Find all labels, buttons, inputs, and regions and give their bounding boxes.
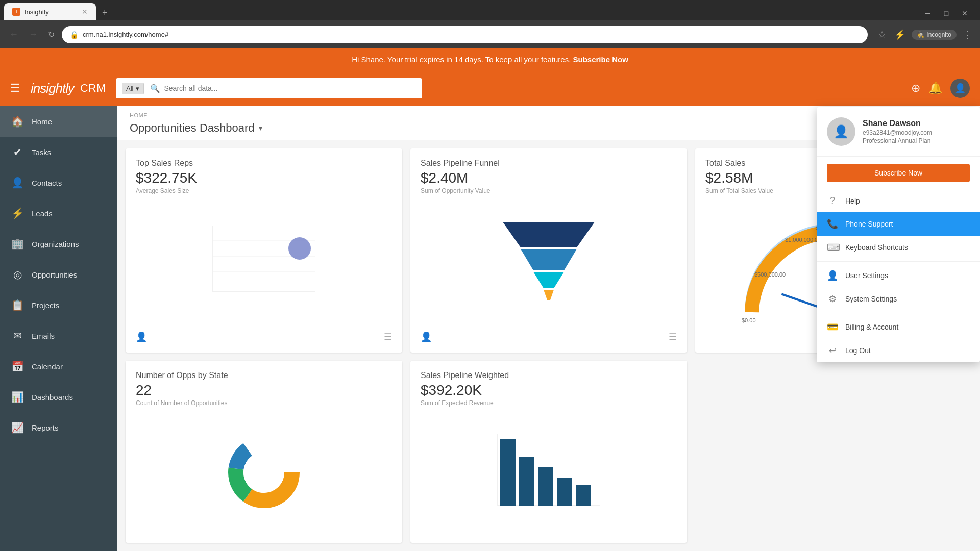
opps-by-state-card: Number of Opps by State 22 Count of Numb…	[126, 361, 402, 543]
emails-icon: ✉	[10, 329, 24, 343]
sales-pipeline-funnel-value: $2.40M	[421, 170, 677, 186]
sidebar-item-organizations-label: Organizations	[32, 240, 79, 248]
dropdown-item-user-settings[interactable]: 👤 User Settings	[817, 264, 980, 287]
organizations-icon: 🏢	[10, 237, 24, 251]
svg-text:$1,000,000.00: $1,000,000.00	[785, 237, 821, 243]
billing-icon: 💳	[827, 321, 838, 333]
projects-icon: 📋	[10, 298, 24, 312]
tab-title: Insightly	[24, 8, 49, 16]
sidebar-item-calendar[interactable]: 📅 Calendar	[0, 351, 117, 382]
sidebar-item-dashboards-label: Dashboards	[32, 393, 73, 402]
user-dropdown: 👤 Shane Dawson e93a2841@moodjoy.com Prof…	[817, 107, 980, 362]
user-avatar-button[interactable]: 👤	[950, 79, 970, 98]
search-input[interactable]	[164, 84, 416, 92]
person-icon[interactable]: 👤	[136, 331, 147, 342]
dropdown-item-system-settings[interactable]: ⚙ System Settings	[817, 287, 980, 311]
incognito-label: Incognito	[926, 31, 951, 38]
subscribe-now-link[interactable]: Subscribe Now	[573, 55, 628, 64]
sidebar-item-dashboards[interactable]: 📊 Dashboards	[0, 382, 117, 412]
svg-marker-7	[521, 249, 577, 270]
dropdown-item-billing[interactable]: 💳 Billing & Account	[817, 315, 980, 339]
sidebar-item-tasks-label: Tasks	[32, 148, 51, 157]
svg-point-5	[288, 237, 311, 260]
tab-bar: I Insightly ✕ + ─ □ ✕	[0, 0, 980, 20]
top-sales-reps-value: $322.75K	[136, 170, 392, 186]
search-all-dropdown[interactable]: All ▾	[122, 83, 143, 94]
sidebar-item-contacts[interactable]: 👤 Contacts	[0, 167, 117, 198]
hamburger-menu-button[interactable]: ☰	[10, 82, 20, 95]
main-layout: 🏠 Home ✔ Tasks 👤 Contacts ⚡ Leads 🏢 Orga…	[0, 106, 980, 551]
incognito-icon: 🕵	[917, 31, 924, 38]
header-actions: ⊕ 🔔 👤	[911, 79, 970, 98]
active-tab[interactable]: I Insightly ✕	[4, 3, 96, 20]
notification-bar: Hi Shane. Your trial expires in 14 days.…	[0, 48, 980, 70]
browser-actions: ☆ ⚡ 🕵 Incognito ⋮	[876, 27, 974, 42]
notification-message: Hi Shane. Your trial expires in 14 days.…	[352, 55, 571, 64]
tab-close-button[interactable]: ✕	[82, 8, 88, 16]
close-window-button[interactable]: ✕	[958, 6, 972, 20]
bookmark-button[interactable]: ☆	[876, 27, 888, 42]
minimize-button[interactable]: ─	[921, 6, 935, 20]
sidebar-item-home[interactable]: 🏠 Home	[0, 106, 117, 137]
logout-icon: ↩	[827, 345, 838, 356]
sidebar-item-reports-label: Reports	[32, 423, 59, 432]
sidebar-item-reports[interactable]: 📈 Reports	[0, 412, 117, 443]
sidebar-item-emails[interactable]: ✉ Emails	[0, 320, 117, 351]
add-button[interactable]: ⊕	[911, 82, 920, 95]
opps-by-state-subtitle: Count of Number of Opportunities	[136, 399, 392, 407]
opps-by-state-value: 22	[136, 382, 392, 398]
window-controls: ─ □ ✕	[921, 6, 976, 20]
top-sales-reps-subtitle: Average Sales Size	[136, 187, 392, 194]
dropdown-item-help-label: Help	[845, 197, 860, 205]
top-sales-reps-card: Top Sales Reps $322.75K Average Sales Si…	[126, 148, 402, 353]
back-button[interactable]: ←	[6, 26, 21, 43]
sidebar-item-projects[interactable]: 📋 Projects	[0, 290, 117, 320]
sidebar-item-projects-label: Projects	[32, 301, 59, 310]
svg-point-22	[243, 452, 284, 493]
page-title-dropdown[interactable]: ▾	[259, 124, 262, 132]
sales-pipeline-weighted-card: Sales Pipeline Weighted $392.20K Sum of …	[410, 361, 687, 543]
sales-pipeline-funnel-footer: 👤 ☰	[421, 327, 677, 342]
dropdown-item-phone-support[interactable]: 📞 Phone Support	[817, 212, 980, 236]
reports-icon: 📈	[10, 420, 24, 435]
search-icon: 🔍	[150, 84, 160, 93]
sales-pipeline-funnel-card: Sales Pipeline Funnel $2.40M Sum of Oppo…	[410, 148, 687, 353]
sidebar-item-opportunities[interactable]: ◎ Opportunities	[0, 259, 117, 290]
menu-button[interactable]: ⋮	[961, 27, 974, 42]
dropdown-item-logout[interactable]: ↩ Log Out	[817, 339, 980, 362]
list-icon-2[interactable]: ☰	[669, 331, 677, 342]
sales-pipeline-funnel-chart	[421, 201, 677, 322]
leads-icon: ⚡	[10, 206, 24, 220]
dropdown-item-help[interactable]: ? Help	[817, 189, 980, 212]
address-bar[interactable]: 🔒 crm.na1.insightly.com/home#	[62, 26, 868, 43]
dropdown-item-billing-label: Billing & Account	[845, 323, 898, 331]
new-tab-button[interactable]: +	[98, 6, 112, 20]
person-icon-2[interactable]: 👤	[421, 331, 432, 342]
refresh-button[interactable]: ↻	[45, 27, 58, 42]
sidebar-item-leads-label: Leads	[32, 209, 53, 218]
notifications-button[interactable]: 🔔	[928, 82, 942, 95]
search-bar[interactable]: All ▾ 🔍	[116, 78, 422, 98]
dropdown-item-keyboard-shortcuts[interactable]: ⌨ Keyboard Shortcuts	[817, 236, 980, 259]
browser-chrome: I Insightly ✕ + ─ □ ✕ ← → ↻ 🔒 crm.na1.in…	[0, 0, 980, 48]
help-icon: ?	[827, 195, 838, 206]
maximize-button[interactable]: □	[939, 6, 953, 20]
sidebar-item-organizations[interactable]: 🏢 Organizations	[0, 229, 117, 259]
sidebar-item-leads[interactable]: ⚡ Leads	[0, 198, 117, 229]
sidebar-item-calendar-label: Calendar	[32, 362, 63, 371]
app-header: ☰ insightly CRM All ▾ 🔍 ⊕ 🔔 👤	[0, 70, 980, 106]
sidebar-item-tasks[interactable]: ✔ Tasks	[0, 137, 117, 167]
forward-button[interactable]: →	[26, 26, 41, 43]
system-settings-icon: ⚙	[827, 293, 838, 305]
user-email: e93a2841@moodjoy.com	[863, 129, 970, 136]
svg-rect-29	[576, 485, 591, 506]
opps-by-state-title: Number of Opps by State	[136, 371, 392, 380]
extension-button[interactable]: ⚡	[892, 27, 908, 42]
keyboard-icon: ⌨	[827, 242, 838, 253]
subscribe-now-button[interactable]: Subscribe Now	[827, 164, 970, 182]
sidebar-item-opportunities-label: Opportunities	[32, 270, 77, 279]
dropdown-item-keyboard-shortcuts-label: Keyboard Shortcuts	[845, 243, 908, 252]
svg-rect-27	[538, 467, 553, 506]
user-plan: Professional Annual Plan	[863, 137, 970, 144]
list-icon[interactable]: ☰	[384, 331, 392, 342]
